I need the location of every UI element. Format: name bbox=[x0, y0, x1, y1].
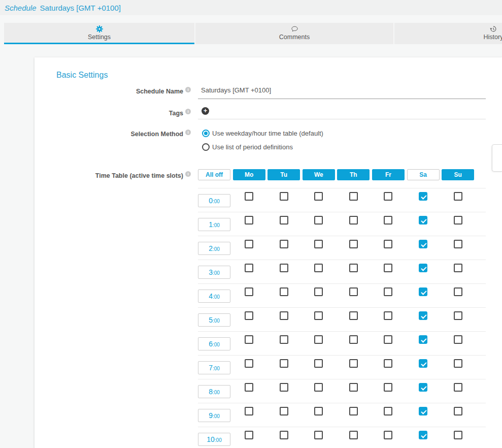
timeslot-checkbox-we-0:00[interactable] bbox=[314, 192, 323, 201]
add-tag-icon[interactable]: + bbox=[202, 107, 209, 115]
timeslot-checkbox-we-1:00[interactable] bbox=[314, 216, 323, 225]
side-panel-handle[interactable] bbox=[492, 144, 502, 172]
timeslot-checkbox-mo-10:00[interactable] bbox=[245, 431, 253, 439]
radio-icon[interactable] bbox=[202, 130, 210, 137]
timeslot-checkbox-we-4:00[interactable] bbox=[314, 287, 323, 296]
timeslot-checkbox-su-9:00[interactable] bbox=[454, 407, 462, 415]
timeslot-checkbox-tu-10:00[interactable] bbox=[280, 431, 288, 439]
timeslot-checkbox-we-8:00[interactable] bbox=[314, 383, 323, 392]
timeslot-checkbox-su-2:00[interactable] bbox=[454, 240, 462, 248]
hour-button-9:00[interactable]: 9:00 bbox=[198, 409, 230, 422]
hour-button-10:00[interactable]: 10:00 bbox=[198, 433, 230, 446]
timeslot-checkbox-mo-8:00[interactable] bbox=[245, 383, 253, 392]
timeslot-checkbox-su-1:00[interactable] bbox=[454, 216, 462, 225]
timeslot-checkbox-th-1:00[interactable] bbox=[349, 216, 358, 225]
timeslot-checkbox-mo-3:00[interactable] bbox=[245, 264, 253, 272]
timeslot-checkbox-we-7:00[interactable] bbox=[314, 359, 323, 368]
timeslot-checkbox-sa-8:00[interactable] bbox=[419, 383, 427, 392]
hour-button-6:00[interactable]: 6:00 bbox=[198, 337, 230, 350]
timeslot-checkbox-tu-1:00[interactable] bbox=[280, 216, 288, 225]
timeslot-checkbox-su-8:00[interactable] bbox=[454, 383, 462, 392]
timeslot-checkbox-sa-1:00[interactable] bbox=[419, 216, 427, 225]
timeslot-checkbox-th-3:00[interactable] bbox=[349, 264, 358, 272]
hour-button-3:00[interactable]: 3:00 bbox=[198, 266, 230, 279]
hour-button-2:00[interactable]: 2:00 bbox=[198, 242, 230, 255]
hour-button-8:00[interactable]: 8:00 bbox=[198, 385, 230, 398]
timeslot-checkbox-th-6:00[interactable] bbox=[349, 335, 358, 344]
timeslot-checkbox-su-6:00[interactable] bbox=[454, 335, 462, 344]
timeslot-checkbox-tu-8:00[interactable] bbox=[280, 383, 288, 392]
timeslot-checkbox-we-10:00[interactable] bbox=[314, 431, 323, 439]
timeslot-checkbox-fr-5:00[interactable] bbox=[384, 311, 392, 320]
timeslot-checkbox-fr-2:00[interactable] bbox=[384, 240, 392, 248]
timeslot-checkbox-mo-6:00[interactable] bbox=[245, 335, 253, 344]
timeslot-checkbox-fr-7:00[interactable] bbox=[384, 359, 392, 368]
radio-icon[interactable] bbox=[202, 143, 210, 151]
timeslot-checkbox-fr-0:00[interactable] bbox=[384, 192, 392, 201]
day-toggle-tu[interactable]: Tu bbox=[267, 169, 300, 180]
timeslot-checkbox-tu-7:00[interactable] bbox=[280, 359, 288, 368]
timeslot-checkbox-fr-1:00[interactable] bbox=[384, 216, 392, 225]
timeslot-checkbox-mo-0:00[interactable] bbox=[245, 192, 253, 201]
timeslot-checkbox-we-5:00[interactable] bbox=[314, 311, 323, 320]
hour-button-7:00[interactable]: 7:00 bbox=[198, 361, 230, 374]
timeslot-checkbox-th-10:00[interactable] bbox=[349, 431, 358, 439]
timeslot-checkbox-tu-2:00[interactable] bbox=[280, 240, 288, 248]
timeslot-checkbox-fr-9:00[interactable] bbox=[384, 407, 392, 415]
radio-option-timetable[interactable]: Use weekday/hour time table (default) bbox=[198, 130, 486, 137]
tab-settings[interactable]: Settings bbox=[4, 23, 194, 44]
info-icon[interactable]: i bbox=[185, 109, 191, 114]
timeslot-checkbox-su-7:00[interactable] bbox=[454, 359, 462, 368]
day-toggle-sa[interactable]: Sa bbox=[407, 169, 440, 180]
timeslot-checkbox-mo-4:00[interactable] bbox=[245, 287, 253, 296]
timeslot-checkbox-mo-7:00[interactable] bbox=[245, 359, 253, 368]
timeslot-checkbox-th-5:00[interactable] bbox=[349, 311, 358, 320]
timeslot-checkbox-sa-7:00[interactable] bbox=[419, 359, 427, 368]
timeslot-checkbox-sa-0:00[interactable] bbox=[419, 192, 427, 201]
timeslot-checkbox-th-0:00[interactable] bbox=[349, 192, 358, 201]
day-toggle-su[interactable]: Su bbox=[442, 169, 474, 180]
timeslot-checkbox-sa-3:00[interactable] bbox=[419, 264, 427, 272]
timeslot-checkbox-fr-10:00[interactable] bbox=[384, 431, 392, 439]
timeslot-checkbox-tu-3:00[interactable] bbox=[280, 264, 288, 272]
info-icon[interactable]: i bbox=[185, 130, 191, 135]
all-off-button[interactable]: All off bbox=[198, 169, 230, 180]
timeslot-checkbox-we-6:00[interactable] bbox=[314, 335, 323, 344]
timeslot-checkbox-su-4:00[interactable] bbox=[454, 287, 462, 296]
hour-button-0:00[interactable]: 0:00 bbox=[198, 194, 230, 207]
timeslot-checkbox-fr-4:00[interactable] bbox=[384, 287, 392, 296]
timeslot-checkbox-mo-2:00[interactable] bbox=[245, 240, 253, 248]
timeslot-checkbox-fr-8:00[interactable] bbox=[384, 383, 392, 392]
hour-button-5:00[interactable]: 5:00 bbox=[198, 313, 230, 327]
tab-comments[interactable]: Comments bbox=[195, 23, 393, 44]
timeslot-checkbox-tu-4:00[interactable] bbox=[280, 287, 288, 296]
timeslot-checkbox-sa-2:00[interactable] bbox=[419, 240, 427, 248]
timeslot-checkbox-th-9:00[interactable] bbox=[349, 407, 358, 415]
day-toggle-mo[interactable]: Mo bbox=[233, 169, 265, 180]
info-icon[interactable]: i bbox=[185, 87, 191, 92]
timeslot-checkbox-sa-10:00[interactable] bbox=[419, 431, 427, 439]
timeslot-checkbox-fr-3:00[interactable] bbox=[384, 264, 392, 272]
timeslot-checkbox-su-10:00[interactable] bbox=[454, 431, 462, 439]
timeslot-checkbox-tu-0:00[interactable] bbox=[280, 192, 288, 201]
hour-button-1:00[interactable]: 1:00 bbox=[198, 218, 230, 231]
timeslot-checkbox-tu-5:00[interactable] bbox=[280, 311, 288, 320]
timeslot-checkbox-we-2:00[interactable] bbox=[314, 240, 323, 248]
timeslot-checkbox-we-9:00[interactable] bbox=[314, 407, 323, 415]
radio-option-periods[interactable]: Use list of period definitions bbox=[198, 143, 486, 151]
day-toggle-th[interactable]: Th bbox=[337, 169, 370, 180]
timeslot-checkbox-mo-9:00[interactable] bbox=[245, 407, 253, 415]
timeslot-checkbox-sa-5:00[interactable] bbox=[419, 311, 427, 320]
timeslot-checkbox-su-3:00[interactable] bbox=[454, 264, 462, 272]
tab-history[interactable]: History bbox=[394, 23, 502, 44]
timeslot-checkbox-th-7:00[interactable] bbox=[349, 359, 358, 368]
timeslot-checkbox-th-8:00[interactable] bbox=[349, 383, 358, 392]
timeslot-checkbox-su-5:00[interactable] bbox=[454, 311, 462, 320]
schedule-name-input[interactable]: Saturdays [GMT +0100] bbox=[198, 84, 486, 99]
timeslot-checkbox-we-3:00[interactable] bbox=[314, 264, 323, 272]
timeslot-checkbox-tu-6:00[interactable] bbox=[280, 335, 288, 344]
timeslot-checkbox-th-4:00[interactable] bbox=[349, 287, 358, 296]
timeslot-checkbox-th-2:00[interactable] bbox=[349, 240, 358, 248]
timeslot-checkbox-fr-6:00[interactable] bbox=[384, 335, 392, 344]
info-icon[interactable]: i bbox=[185, 171, 191, 177]
